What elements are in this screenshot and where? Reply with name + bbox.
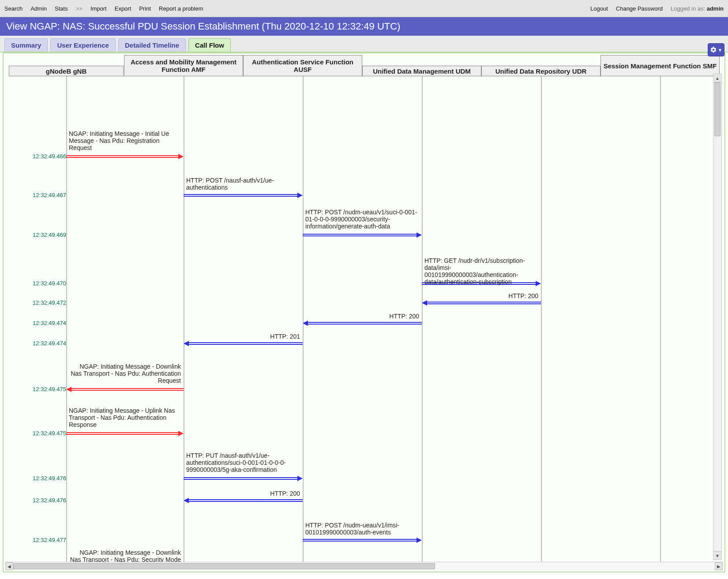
- vertical-scrollbar[interactable]: ▲ ▼: [713, 74, 722, 560]
- message-arrow[interactable]: [184, 194, 303, 197]
- message-label: NGAP: Initiating Message - Uplink Nas Tr…: [69, 407, 181, 428]
- gear-icon: [710, 46, 717, 53]
- message-label: HTTP: 201: [186, 333, 300, 340]
- timestamp: 12:32:49.470: [13, 280, 66, 287]
- scroll-track-horizontal[interactable]: [13, 562, 715, 570]
- message-label: NGAP: Initiating Message - Downlink Nas …: [69, 363, 181, 384]
- tab-summary[interactable]: Summary: [4, 38, 48, 52]
- message-arrow[interactable]: [303, 322, 422, 325]
- timestamp: 12:32:49.477: [13, 537, 66, 543]
- call-flow-panel: gNodeB gNBAccess and Mobility Management…: [3, 52, 725, 572]
- timestamp: 12:32:49.475: [13, 430, 66, 437]
- scroll-track-vertical[interactable]: [713, 82, 721, 551]
- lifeline-gnb: [66, 76, 67, 562]
- horizontal-scrollbar[interactable]: ◀ ▶: [5, 562, 723, 570]
- timestamp: 12:32:49.469: [13, 232, 66, 238]
- lifeline-header-gnb[interactable]: gNodeB gNB: [9, 66, 124, 76]
- lifeline-udm: [422, 76, 423, 562]
- sequence-diagram: gNodeB gNBAccess and Mobility Management…: [5, 55, 723, 562]
- chevron-down-icon: ▼: [718, 48, 722, 52]
- message-label: HTTP: GET /nudr-dr/v1/subscription-data/…: [424, 257, 538, 285]
- menu-change-password[interactable]: Change Password: [616, 5, 663, 12]
- message-arrow[interactable]: [422, 302, 541, 304]
- lifeline-header-udm[interactable]: Unified Data Management UDM: [362, 66, 481, 76]
- lifeline-header-ausf[interactable]: Authentication Service Function AUSF: [243, 55, 362, 76]
- diagram-viewport: gNodeB gNBAccess and Mobility Management…: [5, 55, 723, 562]
- message-label: HTTP: PUT /nausf-auth/v1/ue-authenticati…: [186, 452, 300, 473]
- lifeline-ausf: [303, 76, 304, 562]
- message-label: HTTP: 200: [186, 490, 300, 497]
- message-arrow[interactable]: [66, 155, 184, 158]
- settings-button[interactable]: ▼: [708, 43, 724, 56]
- timestamp: 12:32:49.466: [13, 153, 66, 160]
- logged-in-as: Logged in as: admin: [671, 5, 724, 12]
- message-arrow[interactable]: [184, 477, 303, 480]
- menu-right: Logout Change Password Logged in as: adm…: [590, 5, 724, 12]
- scroll-right-arrow[interactable]: ▶: [715, 562, 723, 570]
- message-label: HTTP: 200: [305, 313, 419, 320]
- message-label: HTTP: 200: [424, 292, 538, 299]
- scroll-down-arrow[interactable]: ▼: [713, 551, 721, 560]
- lifeline-header-amf[interactable]: Access and Mobility Management Function …: [124, 55, 243, 76]
- lifeline-smf: [660, 76, 661, 562]
- message-arrow[interactable]: [66, 432, 184, 435]
- menu-logout[interactable]: Logout: [590, 5, 608, 12]
- timestamp: 12:32:49.472: [13, 299, 66, 306]
- menu-print[interactable]: Print: [139, 5, 151, 12]
- scroll-up-arrow[interactable]: ▲: [713, 74, 721, 82]
- message-arrow[interactable]: [303, 539, 422, 542]
- menu-export[interactable]: Export: [115, 5, 131, 12]
- message-label: HTTP: POST /nudm-ueau/v1/imsi-0010199900…: [305, 522, 419, 536]
- page-title: View NGAP: NAS: Successful PDU Session E…: [0, 17, 728, 36]
- lifeline-header-smf[interactable]: Session Management Function SMF: [600, 55, 720, 76]
- menu-search[interactable]: Search: [4, 5, 23, 12]
- menu-import[interactable]: Import: [90, 5, 107, 12]
- scroll-thumb-horizontal[interactable]: [13, 563, 435, 569]
- message-label: NGAP: Initiating Message - Downlink Nas …: [69, 549, 181, 562]
- lifeline-amf: [184, 76, 184, 562]
- menu-report[interactable]: Report a problem: [159, 5, 203, 12]
- menu-left: Search Admin Stats >> Import Export Prin…: [4, 5, 203, 12]
- tab-user-experience[interactable]: User Experience: [50, 38, 116, 52]
- scroll-left-arrow[interactable]: ◀: [5, 562, 13, 570]
- timestamp: 12:32:49.476: [13, 497, 66, 504]
- timestamp: 12:32:49.474: [13, 320, 66, 326]
- timestamp: 12:32:49.476: [13, 475, 66, 482]
- message-label: HTTP: POST /nudm-ueau/v1/suci-0-001-01-0…: [305, 209, 419, 230]
- timestamp: 12:32:49.474: [13, 340, 66, 347]
- tabs: Summary User Experience Detailed Timelin…: [0, 36, 728, 52]
- menu-stats[interactable]: Stats: [55, 5, 68, 12]
- message-arrow[interactable]: [66, 388, 184, 391]
- tab-detailed-timeline[interactable]: Detailed Timeline: [118, 38, 186, 52]
- menu-separator: >>: [76, 5, 83, 12]
- scroll-thumb-vertical[interactable]: [714, 82, 720, 136]
- logged-in-user: admin: [707, 5, 724, 12]
- message-arrow[interactable]: [184, 342, 303, 345]
- menu-admin[interactable]: Admin: [30, 5, 47, 12]
- message-label: NGAP: Initiating Message - Initial Ue Me…: [69, 130, 181, 151]
- timestamp: 12:32:49.475: [13, 386, 66, 392]
- top-menu: Search Admin Stats >> Import Export Prin…: [0, 0, 728, 17]
- logged-in-prefix: Logged in as:: [671, 5, 707, 12]
- message-label: HTTP: POST /nausf-auth/v1/ue-authenticat…: [186, 177, 300, 191]
- lifeline-udr: [541, 76, 542, 562]
- lifeline-header-udr[interactable]: Unified Data Repository UDR: [481, 66, 600, 76]
- timestamp: 12:32:49.467: [13, 192, 66, 198]
- tab-call-flow[interactable]: Call Flow: [188, 38, 231, 52]
- message-arrow[interactable]: [303, 234, 422, 236]
- message-arrow[interactable]: [184, 499, 303, 502]
